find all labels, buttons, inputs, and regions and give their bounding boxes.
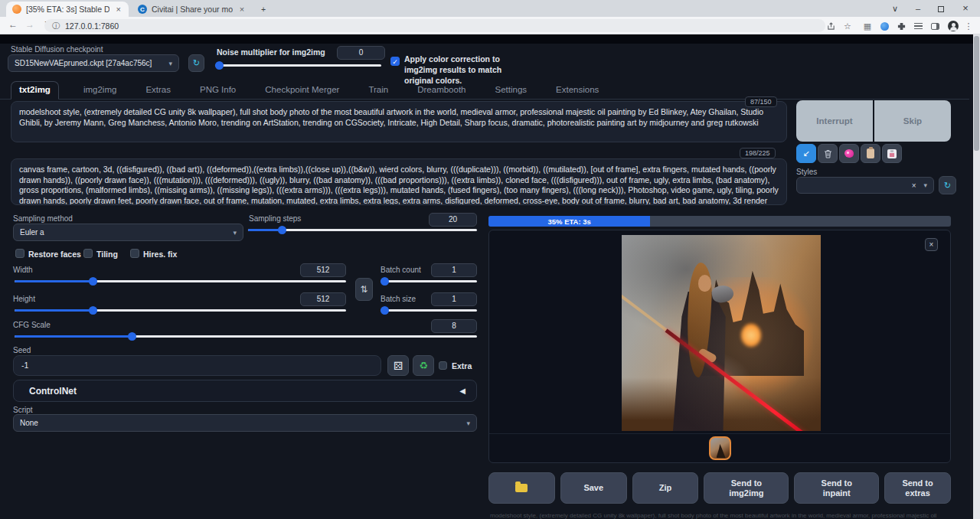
tab-img2img[interactable]: img2img: [79, 82, 121, 99]
tab-train[interactable]: Train: [364, 82, 393, 99]
profile-avatar[interactable]: [946, 19, 960, 33]
extensions-puzzle-icon[interactable]: [894, 19, 908, 33]
slider-handle[interactable]: [89, 306, 97, 315]
slider-handle[interactable]: [89, 277, 97, 286]
tab-extensions[interactable]: Extensions: [551, 82, 603, 99]
clear-prompt-button[interactable]: [818, 144, 838, 163]
cfg-scale-label: CFG Scale: [13, 321, 51, 329]
batch-count-slider[interactable]: [381, 280, 477, 282]
extra-seed-checkbox[interactable]: [439, 361, 447, 370]
cfg-scale-value[interactable]: 8: [431, 319, 477, 333]
color-correction-checkbox[interactable]: ✓: [390, 57, 400, 66]
tab-civitai[interactable]: C Civitai | Share your models ×: [132, 2, 253, 17]
random-artist-palette-button[interactable]: [839, 144, 859, 163]
tab-settings[interactable]: Settings: [491, 82, 532, 99]
generated-image-preview[interactable]: [622, 235, 821, 431]
script-dropdown[interactable]: None ▾: [13, 414, 477, 432]
skip-button[interactable]: Skip: [874, 100, 951, 142]
restore-faces-label: Restore faces: [28, 250, 81, 259]
slider-handle[interactable]: [278, 226, 286, 234]
controlnet-accordion[interactable]: ControlNet ◀: [13, 380, 477, 402]
noise-multiplier-slider[interactable]: [215, 64, 381, 67]
hires-fix-checkbox[interactable]: [130, 249, 139, 258]
open-folder-button[interactable]: [488, 472, 555, 504]
send-to-img2img-button[interactable]: Send to img2img: [704, 472, 789, 504]
window-minimize-button[interactable]: –: [906, 0, 929, 17]
swap-dimensions-button[interactable]: ⇅: [355, 278, 373, 301]
window-chevron-button[interactable]: ∨: [884, 0, 906, 17]
tab-extras[interactable]: Extras: [141, 82, 175, 99]
image-thumbnail[interactable]: [709, 436, 731, 460]
side-panel-icon[interactable]: [928, 19, 942, 33]
checkpoint-refresh-button[interactable]: ↻: [188, 54, 204, 72]
tab-checkpoint-merger[interactable]: Checkpoint Merger: [260, 82, 344, 99]
seed-label: Seed: [13, 346, 31, 354]
sampling-steps-value[interactable]: 20: [429, 213, 477, 227]
tab-txt2img[interactable]: txt2img: [11, 81, 59, 100]
window-restore-button[interactable]: [929, 0, 952, 17]
reuse-seed-button[interactable]: ♻: [413, 355, 434, 376]
interrupt-button[interactable]: Interrupt: [796, 100, 873, 142]
info-icon[interactable]: ⓘ: [52, 21, 60, 31]
floppy-save-icon: [887, 149, 897, 158]
styles-dropdown[interactable]: × ▾: [796, 177, 934, 194]
back-button[interactable]: ←: [6, 19, 20, 30]
batch-count-label: Batch count: [381, 266, 421, 274]
tiling-checkbox[interactable]: [83, 249, 93, 258]
tab-close-icon[interactable]: ×: [237, 5, 247, 14]
send-to-inpaint-button[interactable]: Send to inpaint: [794, 472, 879, 504]
checkpoint-dropdown[interactable]: SD15NewVAEpruned.ckpt [27a4ac756c] ▾: [8, 54, 179, 72]
tab-close-icon[interactable]: ×: [114, 5, 122, 14]
refresh-icon: ↻: [944, 181, 951, 191]
width-value[interactable]: 512: [300, 263, 346, 277]
negative-prompt-textarea[interactable]: canvas frame, cartoon, 3d, ((disfigured)…: [11, 158, 787, 205]
save-button[interactable]: Save: [560, 472, 627, 504]
new-tab-button[interactable]: +: [256, 2, 271, 17]
save-style-button[interactable]: [882, 144, 902, 163]
browser-chrome: [35% ETA: 3s] Stable Diffusion × C Civit…: [0, 0, 980, 34]
reading-list-icon[interactable]: [911, 19, 925, 33]
random-seed-button[interactable]: ⚄: [387, 355, 409, 376]
prompt-textarea[interactable]: modelshoot style, (extremely detailed CG…: [11, 101, 787, 142]
dice-icon: ⚄: [394, 360, 403, 372]
width-slider[interactable]: [15, 280, 346, 282]
tab-png-info[interactable]: PNG Info: [195, 82, 240, 99]
sampling-method-dropdown[interactable]: Euler a ▾: [13, 224, 243, 241]
extension-grid-icon[interactable]: ▦: [861, 19, 874, 33]
sampling-steps-slider[interactable]: [248, 229, 477, 231]
menu-kebab-icon[interactable]: ⋮: [962, 19, 975, 33]
zip-button[interactable]: Zip: [632, 472, 699, 504]
height-value[interactable]: 512: [300, 292, 346, 306]
preview-close-button[interactable]: ×: [925, 238, 938, 251]
noise-multiplier-value[interactable]: 0: [337, 46, 385, 60]
cfg-scale-slider[interactable]: [15, 335, 477, 338]
batch-size-value[interactable]: 1: [431, 292, 477, 306]
extension-blue-icon[interactable]: [877, 19, 891, 33]
address-bar[interactable]: ⓘ 127.0.0.1:7860: [44, 19, 825, 32]
page-scrollbar[interactable]: [973, 34, 980, 519]
tab-stable-diffusion[interactable]: [35% ETA: 3s] Stable Diffusion ×: [6, 2, 129, 17]
batch-count-value[interactable]: 1: [431, 263, 477, 277]
clear-styles-icon[interactable]: ×: [912, 181, 916, 190]
forward-button[interactable]: →: [23, 19, 37, 30]
batch-size-slider[interactable]: [381, 309, 477, 312]
apply-style-button[interactable]: [861, 144, 880, 163]
send-to-extras-button[interactable]: Send to extras: [884, 472, 951, 504]
stable-diffusion-favicon: [12, 5, 21, 14]
styles-refresh-button[interactable]: ↻: [939, 176, 956, 194]
clipboard-icon: [867, 149, 874, 158]
bookmark-star-icon[interactable]: ☆: [841, 19, 854, 33]
output-button-row: Save Zip Send to img2img Send to inpaint…: [488, 472, 951, 504]
share-icon[interactable]: [824, 19, 838, 33]
restore-faces-checkbox[interactable]: [15, 249, 24, 258]
tab-dreambooth[interactable]: Dreambooth: [413, 82, 470, 99]
paste-generation-params-button[interactable]: ↙: [796, 144, 816, 163]
scrollbar-thumb[interactable]: [974, 36, 979, 151]
slider-handle[interactable]: [381, 277, 389, 286]
window-close-button[interactable]: ×: [954, 0, 977, 17]
height-slider[interactable]: [15, 309, 346, 312]
seed-input[interactable]: -1: [13, 355, 381, 376]
slider-handle[interactable]: [128, 332, 136, 341]
slider-handle[interactable]: [215, 61, 224, 70]
slider-handle[interactable]: [381, 306, 389, 315]
